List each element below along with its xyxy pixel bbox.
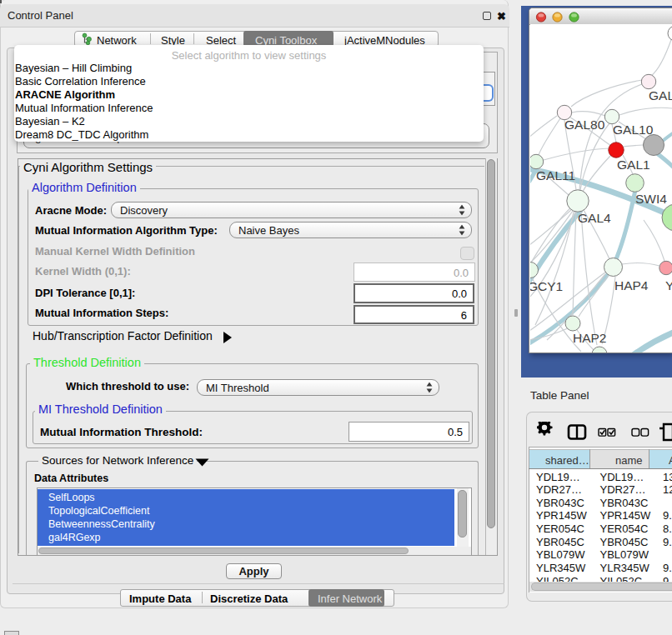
svg-text:HAP2: HAP2 — [573, 331, 607, 345]
svg-text:GAL1: GAL1 — [617, 158, 650, 172]
svg-text:HAP4: HAP4 — [614, 278, 649, 292]
svg-text:GCY1: GCY1 — [530, 279, 563, 293]
svg-text:GAL11: GAL11 — [536, 168, 575, 182]
svg-text:GAL10: GAL10 — [613, 122, 654, 137]
svg-text:YEL: YEL — [665, 278, 672, 292]
svg-text:GAL4: GAL4 — [578, 211, 611, 225]
svg-text:GAL80: GAL80 — [564, 118, 605, 132]
svg-text:SWI4: SWI4 — [635, 192, 667, 206]
svg-text:GAL7: GAL7 — [649, 88, 672, 102]
